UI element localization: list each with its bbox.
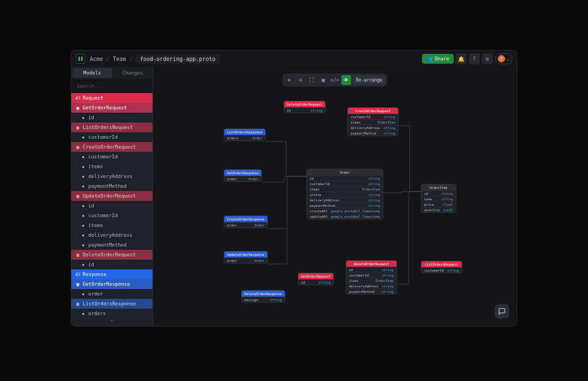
node-field[interactable]: orderOrder — [224, 176, 261, 181]
tab-changes[interactable]: Changes — [113, 67, 153, 79]
node-header[interactable]: Order — [307, 169, 383, 175]
collapse-sidebar[interactable]: ⌃ — [71, 317, 152, 326]
node-field[interactable]: idstring — [421, 190, 456, 196]
zoom-out-icon[interactable]: ⊖ — [296, 75, 305, 85]
user-menu[interactable]: C ⌄ — [495, 53, 512, 64]
node-field[interactable]: idstring — [298, 279, 333, 285]
node-header[interactable]: DeleteOrderRequest — [284, 101, 325, 107]
field-customerId[interactable]: ▪customerId — [71, 132, 152, 142]
crumb-team[interactable]: Team — [113, 56, 126, 62]
node-field[interactable]: idstring — [307, 175, 383, 181]
node-field[interactable]: ordersOrder — [224, 135, 265, 140]
category-response[interactable]: 🏷Response — [71, 269, 152, 279]
node-field[interactable]: updatedAtgoogle.protobuf.Timestamp — [307, 213, 383, 219]
model-DeleteOrderRequest[interactable]: ▦DeleteOrderRequest — [71, 250, 152, 260]
model-CreateOrderRequest[interactable]: ▦CreateOrderRequest — [71, 142, 152, 152]
crumb-file[interactable]: food-ordering-app.proto — [136, 54, 219, 64]
node-field[interactable]: itemsOrderItem — [307, 186, 383, 192]
share-button[interactable]: 👥 Share — [422, 54, 454, 64]
tag-icon: 🏷 — [76, 272, 80, 276]
node-field[interactable]: customerIdstring — [307, 181, 383, 186]
node-header[interactable]: CreateOrderRequest — [348, 108, 398, 114]
node-OrderItem[interactable]: OrderItemidstringnamestringpricefloatqua… — [421, 184, 456, 213]
tab-models[interactable]: Models — [72, 68, 112, 78]
node-field[interactable]: createdAtgoogle.protobuf.Timestamp — [307, 208, 383, 213]
field-customerId[interactable]: ▪customerId — [71, 152, 152, 162]
node-UpdateOrderResponse[interactable]: UpdateOrderResponseorderOrder — [224, 251, 268, 263]
field-paymentMethod[interactable]: ▪paymentMethod — [71, 240, 152, 250]
node-field[interactable]: itemsOrderItem — [346, 278, 396, 283]
field-deliveryAddress[interactable]: ▪deliveryAddress — [71, 230, 152, 240]
node-field[interactable]: pricefloat — [421, 201, 456, 207]
field-deliveryAddress[interactable]: ▪deliveryAddress — [71, 171, 152, 181]
field-id[interactable]: ▪id — [71, 201, 152, 211]
node-field[interactable]: itemsOrderItem — [348, 119, 398, 125]
node-UpdateOrderRequest[interactable]: UpdateOrderRequestidstringcustomerIdstri… — [346, 260, 397, 294]
field-items[interactable]: ▪items — [71, 220, 152, 230]
node-ListOrdersResponse[interactable]: ListOrdersResponseordersOrder — [224, 128, 266, 141]
field-order[interactable]: ▪order — [71, 289, 152, 299]
node-field[interactable]: deliveryAddressstring — [307, 197, 383, 202]
node-field[interactable]: statusstring — [307, 192, 383, 197]
node-GetOrderRequest[interactable]: GetOrderRequestidstring — [298, 273, 334, 285]
node-field[interactable]: messagestring — [242, 297, 285, 302]
notifications-icon[interactable]: 🔔 — [456, 53, 467, 64]
category-request[interactable]: 🏷Request — [71, 93, 152, 103]
table-icon: ▦ — [76, 106, 80, 110]
help-icon[interactable]: ? — [469, 53, 480, 64]
node-field[interactable]: paymentMethodstring — [348, 130, 398, 136]
zoom-in-icon[interactable]: ⊕ — [284, 75, 294, 85]
node-header[interactable]: UpdateOrderResponse — [224, 251, 267, 257]
node-CreateOrderResponse[interactable]: CreateOrderResponseorderOrder — [224, 216, 268, 228]
model-UpdateOrderRequest[interactable]: ▦UpdateOrderRequest — [71, 191, 152, 201]
node-header[interactable]: UpdateOrderRequest — [346, 261, 396, 267]
node-field[interactable]: customerIdstring — [421, 267, 462, 273]
node-header[interactable]: GetOrderRequest — [298, 273, 333, 279]
search-input[interactable]: Search... — [71, 79, 152, 93]
field-items[interactable]: ▪items — [71, 162, 152, 171]
node-field[interactable]: idstring — [284, 107, 325, 113]
field-paymentMethod[interactable]: ▪paymentMethod — [71, 181, 152, 191]
field-orders[interactable]: ▪orders — [71, 309, 152, 317]
node-field[interactable]: customerIdstring — [346, 272, 396, 278]
node-GetOrderResponse[interactable]: GetOrderResponseorderOrder — [224, 169, 262, 182]
field-customerId[interactable]: ▪customerId — [71, 211, 152, 220]
model-ListOrdersRequest[interactable]: ▦ListOrdersRequest — [71, 122, 152, 132]
node-field[interactable]: orderOrder — [224, 257, 267, 263]
node-field[interactable]: namestring — [421, 196, 456, 201]
chat-fab[interactable] — [495, 304, 509, 318]
field-id[interactable]: ▪id — [71, 113, 152, 122]
node-field[interactable]: paymentMethodstring — [346, 288, 396, 294]
layers-icon[interactable]: ▦ — [318, 75, 328, 85]
node-DeleteOrderRequest[interactable]: DeleteOrderRequestidstring — [284, 101, 326, 113]
settings-icon[interactable]: ⚙ — [482, 53, 493, 64]
model-ListOrdersResponse[interactable]: ▦ListOrdersResponse — [71, 299, 152, 309]
node-header[interactable]: DeleteOrderResponse — [242, 291, 285, 297]
node-header[interactable]: CreateOrderResponse — [224, 216, 267, 222]
node-header[interactable]: ListOrdersRequest — [421, 261, 462, 267]
preview-icon[interactable]: 👁 — [341, 75, 351, 85]
rearrange-button[interactable]: Re-arrange — [353, 75, 385, 85]
node-field[interactable]: paymentMethodstring — [307, 202, 383, 208]
crumb-org[interactable]: Acme — [90, 56, 103, 62]
field-id[interactable]: ▪id — [71, 260, 152, 269]
node-CreateOrderRequest[interactable]: CreateOrderRequestcustomerIdstringitemsO… — [347, 107, 399, 136]
node-field[interactable]: deliveryAddressstring — [348, 125, 398, 130]
app-logo[interactable] — [76, 54, 85, 64]
model-GetOrderResponse[interactable]: ▦GetOrderResponse — [71, 279, 152, 289]
node-field[interactable]: quantityint32 — [421, 207, 456, 212]
fit-icon[interactable]: ⛶ — [307, 75, 317, 85]
node-header[interactable]: OrderItem — [421, 185, 456, 190]
node-field[interactable]: idstring — [346, 267, 396, 272]
node-field[interactable]: deliveryAddressstring — [346, 283, 396, 288]
code-icon[interactable]: </> — [330, 75, 340, 85]
node-header[interactable]: ListOrdersResponse — [224, 129, 265, 135]
model-GetOrderRequest[interactable]: ▦GetOrderRequest — [71, 103, 152, 113]
canvas[interactable]: ⊕ ⊖ ⛶ ▦ </> 👁 Re-arrange DeleteOrderRequ… — [153, 67, 517, 326]
node-ListOrdersRequest[interactable]: ListOrdersRequestcustomerIdstring — [421, 261, 462, 273]
node-field[interactable]: customerIdstring — [348, 114, 398, 119]
node-header[interactable]: GetOrderResponse — [224, 170, 261, 176]
node-Order[interactable]: OrderidstringcustomerIdstringitemsOrderI… — [307, 169, 383, 219]
node-DeleteOrderResponse[interactable]: DeleteOrderResponsemessagestring — [241, 290, 285, 303]
node-field[interactable]: orderOrder — [224, 222, 267, 228]
